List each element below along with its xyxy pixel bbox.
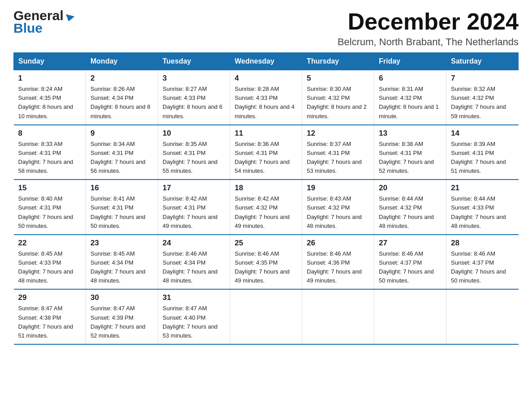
location-title: Belcrum, North Brabant, The Netherlands bbox=[338, 36, 519, 48]
day-cell-23: 23Sunrise: 8:45 AMSunset: 4:34 PMDayligh… bbox=[86, 235, 158, 290]
day-info-7: Sunrise: 8:32 AMSunset: 4:32 PMDaylight:… bbox=[451, 85, 514, 121]
day-number-29: 29 bbox=[18, 293, 82, 302]
day-info-18: Sunrise: 8:42 AMSunset: 4:32 PMDaylight:… bbox=[235, 194, 297, 231]
day-cell-28: 28Sunrise: 8:46 AMSunset: 4:37 PMDayligh… bbox=[446, 235, 519, 290]
day-info-6: Sunrise: 8:31 AMSunset: 4:32 PMDaylight:… bbox=[379, 85, 442, 121]
day-cell-29: 29Sunrise: 8:47 AMSunset: 4:38 PMDayligh… bbox=[14, 289, 86, 344]
day-number-4: 4 bbox=[235, 74, 297, 83]
week-row-3: 15Sunrise: 8:40 AMSunset: 4:31 PMDayligh… bbox=[14, 180, 519, 235]
week-row-4: 22Sunrise: 8:45 AMSunset: 4:33 PMDayligh… bbox=[14, 235, 519, 290]
day-cell-9: 9Sunrise: 8:34 AMSunset: 4:31 PMDaylight… bbox=[86, 125, 158, 180]
week-row-2: 8Sunrise: 8:33 AMSunset: 4:31 PMDaylight… bbox=[14, 125, 519, 180]
day-info-5: Sunrise: 8:30 AMSunset: 4:32 PMDaylight:… bbox=[307, 85, 369, 121]
day-cell-30: 30Sunrise: 8:47 AMSunset: 4:39 PMDayligh… bbox=[86, 289, 158, 344]
day-cell-24: 24Sunrise: 8:46 AMSunset: 4:34 PMDayligh… bbox=[158, 235, 230, 290]
week-row-1: 1Sunrise: 8:24 AMSunset: 4:35 PMDaylight… bbox=[14, 70, 519, 125]
header-wednesday: Wednesday bbox=[230, 53, 302, 70]
day-info-10: Sunrise: 8:35 AMSunset: 4:31 PMDaylight:… bbox=[163, 140, 225, 176]
title-section: December 2024 Belcrum, North Brabant, Th… bbox=[338, 9, 519, 48]
day-info-20: Sunrise: 8:44 AMSunset: 4:32 PMDaylight:… bbox=[379, 194, 442, 231]
day-cell-11: 11Sunrise: 8:36 AMSunset: 4:31 PMDayligh… bbox=[230, 125, 302, 180]
day-cell-25: 25Sunrise: 8:46 AMSunset: 4:35 PMDayligh… bbox=[230, 235, 302, 290]
logo-blue-text: Blue bbox=[13, 21, 74, 35]
day-info-2: Sunrise: 8:26 AMSunset: 4:34 PMDaylight:… bbox=[90, 85, 153, 121]
header-monday: Monday bbox=[86, 53, 158, 70]
day-number-24: 24 bbox=[163, 239, 225, 248]
empty-cell bbox=[374, 289, 446, 344]
day-info-8: Sunrise: 8:33 AMSunset: 4:31 PMDaylight:… bbox=[18, 140, 82, 176]
week-row-5: 29Sunrise: 8:47 AMSunset: 4:38 PMDayligh… bbox=[14, 289, 519, 344]
day-info-31: Sunrise: 8:47 AMSunset: 4:40 PMDaylight:… bbox=[163, 304, 225, 340]
day-number-18: 18 bbox=[235, 184, 297, 193]
day-info-25: Sunrise: 8:46 AMSunset: 4:35 PMDaylight:… bbox=[235, 249, 297, 286]
day-cell-19: 19Sunrise: 8:43 AMSunset: 4:32 PMDayligh… bbox=[302, 180, 374, 235]
day-info-3: Sunrise: 8:27 AMSunset: 4:33 PMDaylight:… bbox=[163, 85, 225, 121]
day-cell-1: 1Sunrise: 8:24 AMSunset: 4:35 PMDaylight… bbox=[14, 70, 86, 125]
day-cell-31: 31Sunrise: 8:47 AMSunset: 4:40 PMDayligh… bbox=[158, 289, 230, 344]
day-info-14: Sunrise: 8:39 AMSunset: 4:31 PMDaylight:… bbox=[451, 140, 514, 176]
day-number-15: 15 bbox=[18, 184, 82, 193]
day-number-25: 25 bbox=[235, 239, 297, 248]
day-number-13: 13 bbox=[379, 129, 442, 138]
header-sunday: Sunday bbox=[14, 53, 86, 70]
day-number-16: 16 bbox=[90, 184, 153, 193]
day-info-29: Sunrise: 8:47 AMSunset: 4:38 PMDaylight:… bbox=[18, 304, 82, 340]
day-cell-26: 26Sunrise: 8:46 AMSunset: 4:36 PMDayligh… bbox=[302, 235, 374, 290]
day-number-3: 3 bbox=[163, 74, 225, 83]
empty-cell bbox=[446, 289, 519, 344]
day-number-14: 14 bbox=[451, 129, 514, 138]
day-cell-12: 12Sunrise: 8:37 AMSunset: 4:31 PMDayligh… bbox=[302, 125, 374, 180]
header-saturday: Saturday bbox=[446, 53, 519, 70]
day-cell-14: 14Sunrise: 8:39 AMSunset: 4:31 PMDayligh… bbox=[446, 125, 519, 180]
day-cell-10: 10Sunrise: 8:35 AMSunset: 4:31 PMDayligh… bbox=[158, 125, 230, 180]
day-cell-17: 17Sunrise: 8:42 AMSunset: 4:31 PMDayligh… bbox=[158, 180, 230, 235]
day-number-10: 10 bbox=[163, 129, 225, 138]
day-number-21: 21 bbox=[451, 184, 514, 193]
day-cell-5: 5Sunrise: 8:30 AMSunset: 4:32 PMDaylight… bbox=[302, 70, 374, 125]
empty-cell bbox=[230, 289, 302, 344]
day-number-20: 20 bbox=[379, 184, 442, 193]
day-cell-6: 6Sunrise: 8:31 AMSunset: 4:32 PMDaylight… bbox=[374, 70, 446, 125]
day-number-11: 11 bbox=[235, 129, 297, 138]
day-cell-2: 2Sunrise: 8:26 AMSunset: 4:34 PMDaylight… bbox=[86, 70, 158, 125]
calendar-table: SundayMondayTuesdayWednesdayThursdayFrid… bbox=[13, 52, 519, 345]
day-number-1: 1 bbox=[18, 74, 82, 83]
day-number-12: 12 bbox=[307, 129, 369, 138]
day-number-19: 19 bbox=[307, 184, 369, 193]
day-cell-22: 22Sunrise: 8:45 AMSunset: 4:33 PMDayligh… bbox=[14, 235, 86, 290]
day-number-2: 2 bbox=[90, 74, 153, 83]
page-header: General Blue December 2024 Belcrum, Nort… bbox=[13, 9, 519, 48]
calendar-header-row: SundayMondayTuesdayWednesdayThursdayFrid… bbox=[14, 53, 519, 70]
day-info-23: Sunrise: 8:45 AMSunset: 4:34 PMDaylight:… bbox=[90, 249, 153, 286]
day-number-8: 8 bbox=[18, 129, 82, 138]
day-number-28: 28 bbox=[451, 239, 514, 248]
day-cell-16: 16Sunrise: 8:41 AMSunset: 4:31 PMDayligh… bbox=[86, 180, 158, 235]
day-info-4: Sunrise: 8:28 AMSunset: 4:33 PMDaylight:… bbox=[235, 85, 297, 121]
day-info-15: Sunrise: 8:40 AMSunset: 4:31 PMDaylight:… bbox=[18, 194, 82, 231]
day-cell-15: 15Sunrise: 8:40 AMSunset: 4:31 PMDayligh… bbox=[14, 180, 86, 235]
day-number-30: 30 bbox=[90, 293, 153, 302]
day-cell-20: 20Sunrise: 8:44 AMSunset: 4:32 PMDayligh… bbox=[374, 180, 446, 235]
day-number-27: 27 bbox=[379, 239, 442, 248]
day-number-9: 9 bbox=[90, 129, 153, 138]
day-info-1: Sunrise: 8:24 AMSunset: 4:35 PMDaylight:… bbox=[18, 85, 82, 121]
day-info-13: Sunrise: 8:38 AMSunset: 4:31 PMDaylight:… bbox=[379, 140, 442, 176]
day-number-7: 7 bbox=[451, 74, 514, 83]
day-cell-27: 27Sunrise: 8:46 AMSunset: 4:37 PMDayligh… bbox=[374, 235, 446, 290]
header-thursday: Thursday bbox=[302, 53, 374, 70]
day-cell-13: 13Sunrise: 8:38 AMSunset: 4:31 PMDayligh… bbox=[374, 125, 446, 180]
day-number-17: 17 bbox=[163, 184, 225, 193]
day-cell-7: 7Sunrise: 8:32 AMSunset: 4:32 PMDaylight… bbox=[446, 70, 519, 125]
day-info-27: Sunrise: 8:46 AMSunset: 4:37 PMDaylight:… bbox=[379, 249, 442, 286]
day-info-22: Sunrise: 8:45 AMSunset: 4:33 PMDaylight:… bbox=[18, 249, 82, 286]
day-number-22: 22 bbox=[18, 239, 82, 248]
day-cell-21: 21Sunrise: 8:44 AMSunset: 4:33 PMDayligh… bbox=[446, 180, 519, 235]
header-friday: Friday bbox=[374, 53, 446, 70]
day-info-26: Sunrise: 8:46 AMSunset: 4:36 PMDaylight:… bbox=[307, 249, 369, 286]
day-cell-18: 18Sunrise: 8:42 AMSunset: 4:32 PMDayligh… bbox=[230, 180, 302, 235]
day-info-16: Sunrise: 8:41 AMSunset: 4:31 PMDaylight:… bbox=[90, 194, 153, 231]
day-info-17: Sunrise: 8:42 AMSunset: 4:31 PMDaylight:… bbox=[163, 194, 225, 231]
day-info-24: Sunrise: 8:46 AMSunset: 4:34 PMDaylight:… bbox=[163, 249, 225, 286]
day-number-23: 23 bbox=[90, 239, 153, 248]
day-number-26: 26 bbox=[307, 239, 369, 248]
